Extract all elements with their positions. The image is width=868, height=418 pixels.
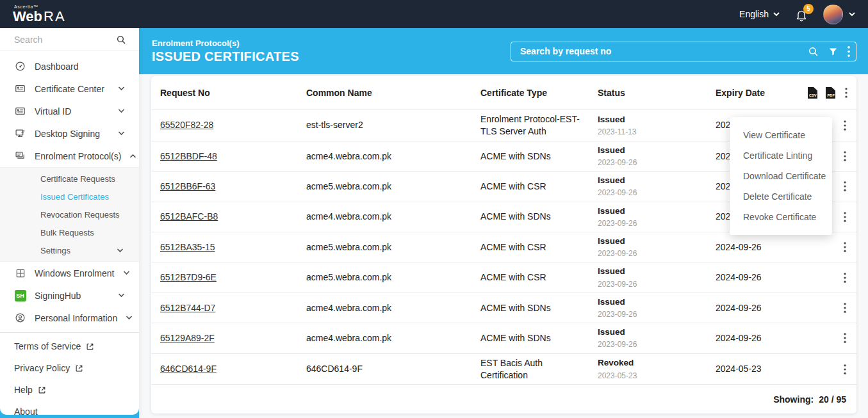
row-kebab-menu-icon[interactable]	[842, 270, 848, 285]
context-menu-item[interactable]: Certificate Linting	[730, 145, 832, 166]
status-value: Issued	[598, 296, 709, 308]
sidebar-item-windows-enrolment[interactable]: Windows Enrolment	[0, 262, 139, 284]
context-menu-item[interactable]: Revoke Certificate	[730, 207, 832, 227]
sidebar-item-certificate-center[interactable]: Certificate Center	[0, 77, 139, 100]
request-no-link[interactable]: 65129A89-2F	[160, 333, 215, 343]
common-name-cell: acme4.webra.com.pk	[306, 211, 480, 223]
export-pdf-icon[interactable]: PDF	[826, 87, 835, 99]
status-cell: Issued 2023-09-26	[598, 145, 716, 168]
table-kebab-menu-icon[interactable]	[844, 88, 848, 98]
chevron-down-icon	[118, 293, 125, 298]
sidebar-item-label: Personal Information	[35, 313, 117, 323]
dashboard-icon	[14, 61, 26, 72]
terms-of-service-link[interactable]: Terms of Service	[0, 335, 139, 357]
row-kebab-menu-icon[interactable]	[842, 179, 848, 194]
privacy-policy-link[interactable]: Privacy Policy	[0, 357, 139, 379]
sidebar-item-bulk-requests[interactable]: Bulk Requests	[0, 223, 139, 241]
sidebar-menu: Dashboard Certificate Center	[0, 51, 139, 415]
expiry-date-cell: 2024-09-26	[716, 271, 807, 284]
sidebar-item-dashboard[interactable]: Dashboard	[0, 55, 139, 77]
sidebar-item-settings[interactable]: Settings	[0, 241, 139, 259]
row-kebab-menu-icon[interactable]	[842, 362, 848, 377]
table-search	[511, 42, 856, 61]
status-value: Issued	[598, 236, 709, 247]
table-row: 6512B744-D7 acme4.webra.com.pk ACME with…	[151, 293, 856, 323]
request-no-link[interactable]: 6512BBDF-48	[160, 151, 217, 161]
sidebar-item-revocation-requests[interactable]: Revocation Requests	[0, 205, 139, 223]
sidebar-item-enrolment-protocols[interactable]: Enrolment Protocol(s)	[0, 145, 139, 167]
row-kebab-menu-icon[interactable]	[842, 330, 848, 346]
sidebar-item-label: Virtual ID	[35, 106, 110, 117]
request-no-link[interactable]: 6512BA35-15	[160, 242, 215, 252]
common-name-cell: acme5.webra.com.pk	[306, 271, 480, 284]
main-content: Enrolment Protocol(s) ISSUED CERTIFICATE…	[139, 28, 868, 418]
table-footer: Showing: 20 / 95	[151, 384, 856, 414]
sidebar-item-signinghub[interactable]: SH SigningHub	[0, 284, 139, 307]
sidebar-search-input[interactable]	[13, 34, 102, 45]
request-no-link[interactable]: 6512B744-D7	[160, 303, 215, 313]
status-cell: Issued 2023-09-26	[598, 296, 716, 319]
row-kebab-menu-icon[interactable]	[842, 118, 848, 133]
status-date: 2023-09-26	[598, 339, 709, 350]
common-name-cell: est-tls-server2	[306, 119, 480, 131]
kebab-menu-icon[interactable]	[848, 46, 850, 57]
sidebar-item-certificate-requests[interactable]: Certificate Requests	[0, 170, 139, 188]
export-csv-icon[interactable]: CSV	[808, 87, 817, 99]
search-icon[interactable]	[116, 35, 126, 45]
table-row: 646CD614-9F 646CD614-9F EST Bacis Auth C…	[151, 353, 856, 385]
notifications-button[interactable]: 5	[795, 8, 808, 22]
common-name-cell: acme5.webra.com.pk	[306, 241, 480, 253]
showing-label: Showing:	[773, 394, 814, 405]
row-kebab-menu-icon[interactable]	[842, 300, 848, 316]
search-icon[interactable]	[808, 46, 819, 57]
request-no-link[interactable]: 6512BB6F-63	[160, 181, 215, 191]
table-header-row: Request No Common Name Certificate Type …	[151, 76, 856, 109]
signinghub-icon: SH	[14, 290, 26, 301]
context-menu-item[interactable]: Delete Certificate	[730, 186, 832, 207]
sidebar-item-virtual-id[interactable]: Virtual ID	[0, 100, 139, 122]
row-kebab-menu-icon[interactable]	[842, 209, 848, 225]
column-header-status: Status	[598, 88, 716, 98]
help-link[interactable]: Help	[0, 379, 139, 401]
submenu-item-label: Settings	[40, 246, 70, 255]
about-link[interactable]: About	[0, 401, 139, 415]
external-link-icon	[86, 342, 94, 351]
enrolment-protocols-submenu: Certificate Requests Issued Certificates…	[0, 167, 139, 262]
row-kebab-menu-icon[interactable]	[842, 149, 848, 164]
request-no-link[interactable]: 65520F82-28	[160, 120, 213, 130]
sidebar-column: Dashboard Certificate Center	[0, 28, 139, 418]
user-menu[interactable]	[823, 4, 855, 24]
request-no-link[interactable]: 6512BAFC-B8	[160, 211, 218, 221]
sidebar-item-personal-information[interactable]: Personal Information	[0, 307, 139, 329]
sidebar-item-label: SigningHub	[35, 291, 110, 301]
sidebar-item-desktop-signing[interactable]: Desktop Signing	[0, 122, 139, 145]
chevron-down-icon	[123, 271, 130, 275]
table-search-input[interactable]	[511, 42, 856, 61]
request-no-link[interactable]: 6512B7D9-6E	[160, 272, 217, 282]
status-date: 2023-11-13	[598, 127, 709, 137]
certificate-type-cell: ACME with CSR	[480, 271, 598, 284]
chevron-down-icon	[118, 131, 125, 136]
status-date: 2023-09-26	[598, 248, 709, 259]
status-cell: Issued 2023-09-26	[598, 326, 716, 350]
enrolment-protocols-icon	[14, 150, 26, 161]
request-no-link[interactable]: 646CD614-9F	[160, 364, 217, 374]
context-menu-item[interactable]: View Certificate	[730, 125, 832, 145]
language-selector[interactable]: English	[739, 9, 780, 19]
windows-icon	[14, 268, 26, 278]
brand-ascertia-label: Ascertia™	[14, 4, 66, 9]
footer-link-label: About	[14, 406, 38, 415]
common-name-cell: acme4.webra.com.pk	[306, 302, 480, 314]
row-kebab-menu-icon[interactable]	[842, 239, 848, 255]
sidebar-item-issued-certificates[interactable]: Issued Certificates	[0, 188, 139, 205]
language-label: English	[739, 9, 769, 19]
filter-icon[interactable]	[828, 47, 838, 56]
status-value: Issued	[598, 266, 709, 277]
column-header-certificate-type: Certificate Type	[480, 88, 598, 98]
status-value: Issued	[598, 326, 709, 338]
sidebar-item-label: Enrolment Protocol(s)	[35, 151, 121, 161]
common-name-cell: acme4.webra.com.pk	[306, 150, 480, 163]
status-date: 2023-09-26	[598, 188, 709, 198]
context-menu-item[interactable]: Download Certificate	[730, 166, 832, 186]
status-date: 2023-09-26	[598, 218, 709, 229]
